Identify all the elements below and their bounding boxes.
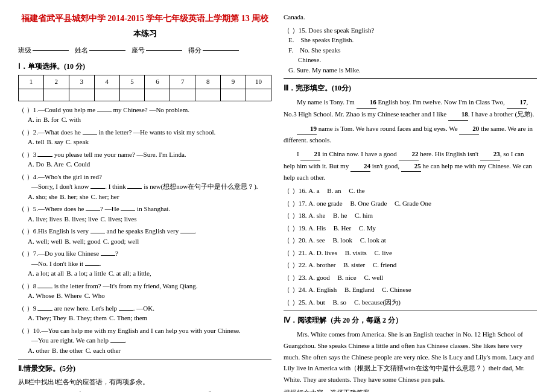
cloze-paren-25: （ ）25. A. but bbox=[284, 299, 325, 306]
blank-19: 19 bbox=[297, 123, 317, 135]
q10-stem2: —You are right. We can help . bbox=[18, 335, 271, 346]
q4-a: A. sho; she bbox=[28, 192, 57, 202]
para3: I 21 in China now. I have a good 22 here… bbox=[284, 148, 537, 183]
grid-num-7: 7 bbox=[170, 75, 195, 89]
cloze-paren-17: （ ）17. A. one grade bbox=[284, 200, 343, 207]
grid-ans-10 bbox=[246, 89, 271, 101]
grid-num-3: 3 bbox=[69, 75, 94, 89]
q4-blank2 bbox=[127, 188, 142, 189]
q1-stem: （ ）1.—Could you help me my Chinese? —No … bbox=[18, 105, 271, 115]
q3-stem: （ ）3. you please tell me your name? —Sur… bbox=[18, 150, 271, 160]
grid-num-10: 10 bbox=[246, 75, 271, 89]
q4-b: B. her; she bbox=[60, 192, 88, 202]
info-row: 班级 姓名 座号 得分 bbox=[18, 45, 271, 56]
blank-25: 25 bbox=[401, 160, 421, 172]
col1-label: Ⅰ bbox=[18, 390, 142, 392]
blank-23: 23 bbox=[480, 148, 500, 160]
passage-a-instruction: 根据短文内容，选择正确答案。 bbox=[284, 388, 537, 392]
divider2 bbox=[284, 78, 537, 79]
para2: 19 name is Tom. We have round faces and … bbox=[284, 123, 537, 146]
q9-b: B. They; them bbox=[69, 313, 107, 323]
score-label: 得分 bbox=[188, 45, 201, 56]
cloze-paren-16: （ ）16. A. a bbox=[284, 187, 320, 194]
q4-c: C. her; her bbox=[91, 192, 119, 202]
q10: （ ）10.—You can help me with my English a… bbox=[18, 326, 271, 356]
seat-label: 座号 bbox=[132, 45, 145, 56]
grid-num-8: 8 bbox=[195, 75, 221, 89]
cloze-q23: （ ）23. A. good B. nice C. well bbox=[284, 273, 537, 283]
q2-blank bbox=[83, 134, 97, 134]
cloze-c19: C. My bbox=[359, 224, 376, 232]
q1-choices: A. in B. for C. with bbox=[18, 115, 271, 125]
section4-title: Ⅳ．阅读理解（共 20 分，每题 2 分） bbox=[284, 315, 537, 326]
grid-num-2: 2 bbox=[43, 75, 69, 89]
blank-21: 21 bbox=[300, 148, 320, 160]
cloze-c17: C. Grade One bbox=[395, 200, 431, 207]
q15: （ ）15. Does she speak English? E. She sp… bbox=[284, 25, 537, 75]
grid-ans-5 bbox=[119, 89, 145, 101]
q1-a: A. in bbox=[28, 115, 41, 125]
grid-ans-9 bbox=[221, 89, 246, 101]
cloze-paren-24: （ ）24. A. English bbox=[284, 286, 337, 293]
para1: My name is Tony. I'm 16 English boy. I'm… bbox=[284, 96, 537, 120]
q15-options: E. She speaks English. F. No. She speaks… bbox=[284, 35, 537, 75]
q6-choices: A. well; well B. well; good C. good; wel… bbox=[18, 236, 271, 247]
q7-stem2: —No. I don't like it . bbox=[18, 259, 271, 269]
q9-c: C. Then; them bbox=[109, 313, 147, 323]
name-label: 姓名 bbox=[75, 45, 88, 56]
cloze-q19: （ ）19. A. His B. Her C. My bbox=[284, 223, 537, 233]
q8-blank bbox=[38, 288, 52, 288]
q10-a: A. other bbox=[28, 346, 49, 356]
cloze-paren-20: （ ）20. A. see bbox=[284, 236, 325, 244]
cloze-q18: （ ）18. A. she B. he C. him bbox=[284, 210, 537, 221]
q5-blank2 bbox=[121, 210, 135, 211]
class-line bbox=[33, 50, 69, 51]
grid-ans-1 bbox=[19, 89, 44, 101]
cloze-b24: B. England bbox=[344, 286, 375, 293]
cloze-paren-21: （ ）21. A. D. lives bbox=[284, 249, 337, 256]
q6-a: A. well; well bbox=[28, 236, 62, 247]
blank-16: 16 bbox=[357, 96, 376, 109]
q10-b: B. the other bbox=[52, 346, 83, 356]
grid-ans-row bbox=[19, 89, 271, 101]
q9-stem: （ ）9. are new here. Let's help . —OK. bbox=[18, 303, 271, 314]
q8-c: C. Who bbox=[84, 291, 105, 301]
q4-choices: A. sho; she B. her; she C. her; her bbox=[18, 192, 271, 202]
grid-ans-2 bbox=[43, 89, 69, 101]
grid-ans-6 bbox=[145, 89, 170, 101]
cloze-q22: （ ）22. A. brother B. sister C. friend bbox=[284, 260, 537, 270]
q10-blank bbox=[110, 342, 125, 343]
q3-blank bbox=[38, 156, 52, 157]
q3-b: B. Are bbox=[46, 159, 64, 169]
cloze-b18: B. he bbox=[333, 212, 347, 219]
match-col2: Ⅱ A. I'm 14. B. Yes, I do. C. No problem… bbox=[148, 390, 271, 392]
q1-c: C. with bbox=[62, 115, 81, 125]
grid-num-row: 1 2 3 4 5 6 7 8 9 10 bbox=[19, 75, 271, 89]
q2-choices: A. tell B. say C. speak bbox=[18, 137, 271, 147]
q7-choices: A. a lot; at all B. a lot; a little C. a… bbox=[18, 268, 271, 279]
q9: （ ）9. are new here. Let's help . —OK. A.… bbox=[18, 303, 271, 323]
grid-ans-8 bbox=[195, 89, 221, 101]
cloze-b21: B. visits bbox=[345, 249, 367, 256]
q15-chinese: Chinese. bbox=[288, 55, 537, 65]
passage-a: Mrs. White comes from America. She is an… bbox=[284, 329, 537, 385]
q9-a: A. They; They bbox=[28, 313, 66, 323]
q2-stem: （ ）2.—What does he in the letter? —He wa… bbox=[18, 127, 271, 138]
q7-b: B. a lot; a little bbox=[66, 268, 106, 279]
cloze-c21: C. live bbox=[375, 249, 392, 256]
q10-stem1: （ ）10.—You can help me with my English a… bbox=[18, 326, 271, 336]
answer-grid: 1 2 3 4 5 6 7 8 9 10 bbox=[18, 75, 271, 101]
matching-area: Ⅰ （ ）11. Excuse me. Could you please tel… bbox=[18, 390, 271, 392]
divider1 bbox=[18, 359, 271, 359]
cloze-q25: （ ）25. A. but B. so C. because(因为) bbox=[284, 297, 537, 308]
name-line bbox=[89, 50, 125, 51]
q7-a: A. a lot; at all bbox=[28, 268, 64, 279]
q3-c: C. Could bbox=[66, 159, 90, 169]
q2: （ ）2.—What does he in the letter? —He wa… bbox=[18, 127, 271, 147]
cloze-c24: C. Chinese bbox=[382, 286, 411, 293]
q8-choices: A. Whose B. Where C. Who bbox=[18, 291, 271, 301]
q6-b: B. well; good bbox=[65, 236, 101, 247]
cloze-c16: C. the bbox=[349, 187, 364, 194]
q6-blank2 bbox=[180, 233, 195, 233]
cloze-c22: C. friend bbox=[373, 261, 396, 268]
